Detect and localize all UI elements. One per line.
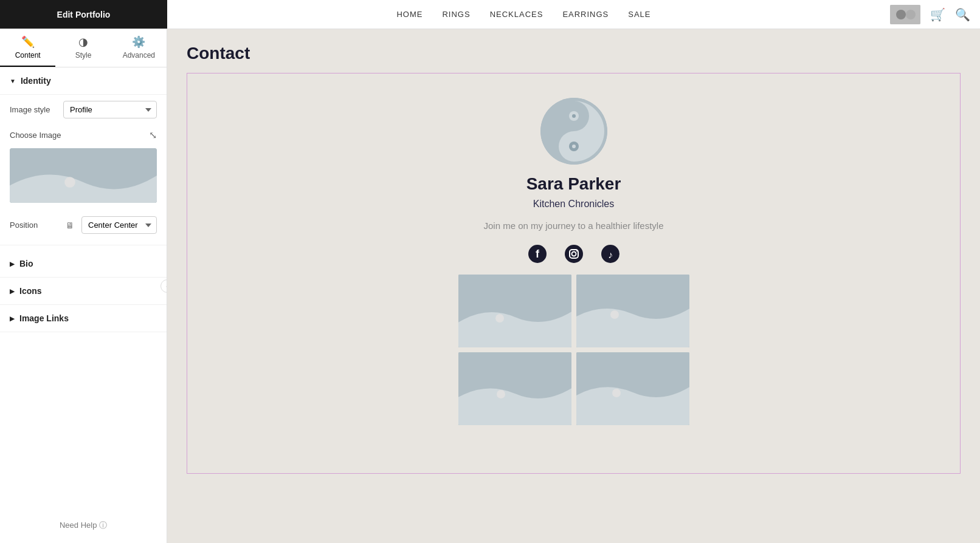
tab-content[interactable]: ✏️ Content	[0, 29, 55, 67]
profile-image	[540, 98, 607, 165]
svg-point-21	[610, 310, 619, 319]
style-tab-icon: ◑	[78, 35, 88, 49]
svg-point-9	[572, 145, 576, 148]
nav-rings[interactable]: RINGS	[442, 10, 470, 19]
choose-image-icon[interactable]: ⤡	[149, 129, 157, 141]
image-links-label: Image Links	[19, 313, 69, 323]
nav-links: HOME RINGS NECKLACES EARRINGS SALE	[167, 10, 880, 19]
need-help-text: Need Help	[60, 521, 97, 530]
image-links-section-header[interactable]: ▶ Image Links	[0, 305, 167, 332]
advanced-tab-label: Advanced	[123, 51, 155, 60]
logo-image	[890, 5, 920, 24]
grid-image-2[interactable]	[576, 275, 689, 347]
nav-right-icons: 🛒 🔍	[930, 7, 980, 22]
nav-earrings[interactable]: EARRINGS	[562, 10, 609, 19]
main-layout: ✏️ Content ◑ Style ⚙️ Advanced ▼ Identit…	[0, 29, 980, 543]
svg-point-19	[495, 314, 504, 323]
facebook-icon[interactable]: f	[526, 243, 548, 265]
svg-text:f: f	[536, 248, 540, 260]
portfolio-card: Sara Parker Kitchen Chronicles Join me o…	[187, 73, 961, 474]
nav-home[interactable]: HOME	[396, 10, 423, 19]
image-links-arrow-icon: ▶	[10, 315, 15, 322]
page-title: Contact	[167, 29, 980, 73]
top-nav: Edit Portfolio HOME RINGS NECKLACES EARR…	[0, 0, 980, 29]
panel-tabs: ✏️ Content ◑ Style ⚙️ Advanced	[0, 29, 167, 67]
svg-point-8	[572, 114, 576, 118]
nav-logo	[890, 5, 920, 24]
image-style-label: Image style	[10, 105, 58, 114]
svg-point-1	[896, 10, 906, 19]
position-label: Position	[10, 220, 58, 230]
image-style-select[interactable]: Profile Square Round	[63, 101, 157, 118]
svg-point-4	[64, 177, 75, 188]
grid-image-3[interactable]	[458, 352, 571, 425]
social-icons-row: f ♪	[526, 243, 621, 265]
svg-text:♪: ♪	[608, 250, 613, 260]
identity-label: Identity	[21, 76, 51, 86]
edit-portfolio-title: Edit Portfolio	[0, 0, 167, 29]
tiktok-icon[interactable]: ♪	[599, 243, 621, 265]
bio-label: Bio	[19, 259, 33, 268]
profile-subtitle: Kitchen Chronicles	[533, 199, 614, 210]
svg-point-2	[906, 10, 916, 19]
position-screen-icon: 🖥	[66, 220, 74, 230]
svg-point-15	[576, 250, 577, 251]
bio-arrow-icon: ▶	[10, 261, 15, 267]
tab-style[interactable]: ◑ Style	[55, 29, 111, 67]
image-preview[interactable]	[10, 148, 157, 203]
position-row: Position 🖥 Center Center Top Left Top Ri…	[0, 210, 167, 240]
image-style-row: Image style Profile Square Round	[0, 95, 167, 125]
style-tab-label: Style	[75, 51, 92, 60]
search-icon[interactable]: 🔍	[955, 7, 970, 22]
image-grid	[458, 275, 689, 425]
svg-point-23	[497, 390, 505, 398]
choose-image-label: Choose Image	[10, 131, 61, 140]
portfolio-title-text: Edit Portfolio	[57, 10, 111, 19]
profile-name: Sara Parker	[526, 174, 621, 194]
bio-section-header[interactable]: ▶ Bio	[0, 250, 167, 278]
icons-arrow-icon: ▶	[10, 288, 15, 295]
cart-icon[interactable]: 🛒	[930, 7, 945, 22]
icons-section-header[interactable]: ▶ Icons	[0, 278, 167, 305]
tab-advanced[interactable]: ⚙️ Advanced	[111, 29, 167, 67]
grid-image-4[interactable]	[576, 352, 689, 425]
identity-arrow-icon: ▼	[10, 78, 16, 84]
left-panel: ✏️ Content ◑ Style ⚙️ Advanced ▼ Identit…	[0, 29, 167, 543]
right-content: Contact Sara Parker Kitchen Chronicles	[167, 29, 980, 543]
choose-image-row: Choose Image ⤡	[0, 125, 167, 146]
icons-label: Icons	[19, 286, 42, 296]
instagram-icon[interactable]	[563, 243, 585, 265]
content-tab-label: Content	[15, 51, 41, 60]
need-help-section: Need Help ⓘ	[0, 508, 167, 543]
nav-necklaces[interactable]: NECKLACES	[490, 10, 543, 19]
content-tab-icon: ✏️	[21, 35, 35, 49]
position-select[interactable]: Center Center Top Left Top Right Bottom …	[81, 216, 157, 234]
identity-section-header[interactable]: ▼ Identity	[0, 67, 167, 95]
nav-sale[interactable]: SALE	[628, 10, 650, 19]
profile-bio: Join me on my journey to a healthier lif…	[484, 219, 664, 233]
grid-image-1[interactable]	[458, 275, 571, 347]
advanced-tab-icon: ⚙️	[132, 35, 145, 49]
svg-point-12	[565, 245, 583, 263]
svg-point-25	[612, 389, 621, 397]
need-help-icon[interactable]: ⓘ	[99, 521, 107, 530]
